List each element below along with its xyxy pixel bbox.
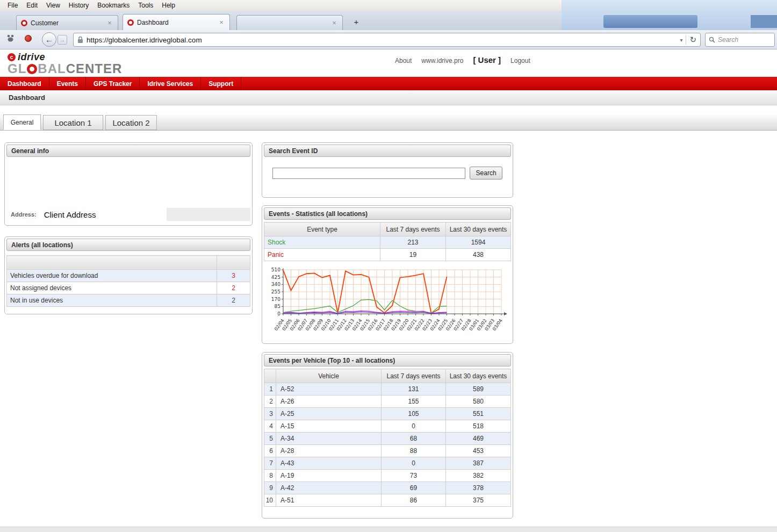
events-30d: 580 bbox=[446, 396, 511, 408]
lock-icon bbox=[77, 36, 83, 44]
stats-row: Shock 213 1594 bbox=[264, 236, 511, 249]
tab-general[interactable]: General bbox=[3, 114, 41, 130]
menu-edit[interactable]: Edit bbox=[22, 1, 42, 10]
about-link[interactable]: About bbox=[395, 57, 412, 64]
stats-header-event-type: Event type bbox=[264, 222, 380, 236]
vehicle-name: A-19 bbox=[276, 470, 382, 482]
menu-history[interactable]: History bbox=[64, 1, 93, 10]
alerts-header-blank bbox=[217, 256, 250, 270]
browser-search-input[interactable] bbox=[718, 36, 771, 44]
window-bottom-edge bbox=[0, 527, 777, 532]
events-stats-panel: Events - Statistics (all locations) Even… bbox=[262, 205, 513, 344]
background-window-edge bbox=[751, 15, 777, 28]
header-links: About www.idrive.pro [ User ] Logout bbox=[395, 55, 530, 64]
menu-help[interactable]: Help bbox=[157, 1, 179, 10]
rank: 1 bbox=[264, 383, 276, 396]
events-7d: 0 bbox=[382, 457, 446, 470]
url-bar[interactable]: ▾ ↻ bbox=[73, 33, 701, 47]
browser-navbar: ← → ▾ ↻ bbox=[0, 30, 777, 49]
url-input[interactable] bbox=[87, 36, 677, 44]
events-vehicle-table: Vehicle Last 7 days events Last 30 days … bbox=[264, 369, 511, 507]
stats-row: Panic 19 438 bbox=[264, 249, 511, 261]
table-row: 2 A-26 155 580 bbox=[264, 396, 511, 408]
nav-gps-tracker[interactable]: GPS Tracker bbox=[86, 77, 140, 90]
events-30d: 589 bbox=[446, 383, 511, 396]
vehicle-header-rank bbox=[264, 369, 276, 383]
events-30d: 378 bbox=[446, 482, 511, 494]
table-row: 1 A-52 131 589 bbox=[264, 383, 511, 396]
alert-label: Vehicles overdue for download bbox=[7, 270, 217, 282]
events-7d: 86 bbox=[382, 494, 446, 507]
events-30d: 387 bbox=[446, 457, 511, 470]
logo-text-mid: BAL bbox=[38, 61, 66, 76]
close-tab-icon[interactable]: × bbox=[218, 18, 225, 26]
close-tab-icon[interactable]: × bbox=[330, 19, 338, 27]
browser-tab-dashboard[interactable]: Dashboard × bbox=[123, 14, 230, 30]
alert-row: Not in use devices 2 bbox=[7, 294, 250, 307]
menu-bookmarks[interactable]: Bookmarks bbox=[93, 1, 134, 10]
main-nav: Dashboard Events GPS Tracker Idrive Serv… bbox=[0, 77, 777, 90]
dashboard-tabbar: General Location 1 Location 2 bbox=[0, 115, 777, 131]
vehicle-name: A-52 bbox=[276, 383, 382, 396]
svg-text:425: 425 bbox=[271, 275, 280, 280]
menu-view[interactable]: View bbox=[42, 1, 64, 10]
nav-events[interactable]: Events bbox=[49, 77, 86, 90]
extension-paw-icon[interactable] bbox=[5, 34, 16, 42]
vehicle-name: A-51 bbox=[276, 494, 382, 507]
search-icon bbox=[709, 37, 715, 43]
events-chart: 08517025534042551002/0402/0502/0602/0702… bbox=[265, 267, 508, 337]
tab-location-1[interactable]: Location 1 bbox=[43, 115, 103, 130]
idrive-pro-link[interactable]: www.idrive.pro bbox=[421, 57, 463, 64]
menu-tools[interactable]: Tools bbox=[134, 1, 157, 10]
rank: 7 bbox=[264, 457, 276, 470]
alert-value: 2 bbox=[217, 282, 250, 294]
back-button[interactable]: ← bbox=[42, 32, 56, 47]
rank: 6 bbox=[264, 445, 276, 457]
events-30d: 375 bbox=[446, 494, 511, 507]
alert-row: Vehicles overdue for download 3 bbox=[7, 270, 250, 282]
site-favicon bbox=[127, 19, 134, 26]
vehicle-header-vehicle: Vehicle bbox=[276, 369, 382, 383]
table-row: 3 A-25 105 551 bbox=[264, 408, 511, 420]
logo-text-left: GL bbox=[8, 61, 26, 76]
alert-value: 3 bbox=[217, 270, 250, 282]
logout-link[interactable]: Logout bbox=[510, 57, 530, 64]
background-window bbox=[562, 0, 777, 30]
browser-tab-blank[interactable]: × bbox=[236, 15, 343, 30]
tab-title: Customer bbox=[31, 19, 103, 27]
menu-file[interactable]: File bbox=[3, 1, 22, 10]
search-button[interactable]: Search bbox=[470, 167, 502, 179]
vehicle-name: A-43 bbox=[276, 457, 382, 470]
reload-icon[interactable]: ↻ bbox=[689, 35, 696, 45]
close-tab-icon[interactable]: × bbox=[106, 19, 113, 27]
address-label: Address: bbox=[11, 211, 37, 218]
events-30d: 518 bbox=[446, 420, 511, 433]
site-logo: c idrive GL BAL CENTER bbox=[8, 52, 122, 76]
forward-button[interactable]: → bbox=[57, 35, 67, 45]
rank: 2 bbox=[264, 396, 276, 408]
events-7d: 155 bbox=[382, 396, 446, 408]
new-tab-button[interactable]: + bbox=[350, 16, 362, 27]
nav-idrive-services[interactable]: Idrive Services bbox=[140, 77, 201, 90]
url-dropdown-icon[interactable]: ▾ bbox=[680, 37, 682, 43]
rank: 9 bbox=[264, 482, 276, 494]
browser-search-box[interactable] bbox=[705, 33, 775, 47]
browser-tab-customer[interactable]: Customer × bbox=[16, 15, 118, 30]
record-indicator-icon[interactable] bbox=[25, 35, 32, 42]
breadcrumb[interactable]: Dashboard bbox=[0, 90, 777, 105]
events-vehicle-panel: Events per Vehicle (Top 10 - all locatio… bbox=[262, 352, 513, 519]
alert-value: 2 bbox=[217, 294, 250, 307]
events-7d: 69 bbox=[382, 482, 446, 494]
svg-text:170: 170 bbox=[271, 297, 280, 302]
rank: 8 bbox=[264, 470, 276, 482]
tab-location-2[interactable]: Location 2 bbox=[105, 115, 157, 130]
rank: 4 bbox=[264, 420, 276, 433]
nav-dashboard[interactable]: Dashboard bbox=[0, 77, 49, 90]
events-30d: 438 bbox=[446, 249, 511, 261]
nav-support[interactable]: Support bbox=[201, 77, 241, 90]
rank: 10 bbox=[264, 494, 276, 507]
events-30d: 1594 bbox=[446, 236, 511, 249]
user-label: [ User ] bbox=[473, 55, 501, 64]
event-id-input[interactable] bbox=[272, 168, 465, 179]
vehicle-name: A-26 bbox=[276, 396, 382, 408]
